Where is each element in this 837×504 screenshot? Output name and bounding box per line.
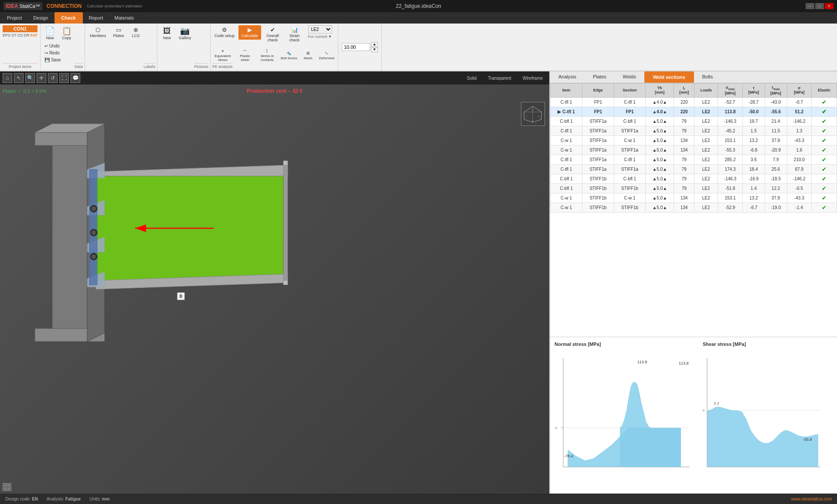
fit-button[interactable]: ⛶ [59, 73, 69, 83]
table-row[interactable]: C-tfl 1STIFF1aSTIFF1a▲5.0▲79LE2174.318.4… [551, 164, 837, 174]
col-header-smax: σmax[MPa] [718, 84, 743, 98]
value-input[interactable]: 10.00 [342, 43, 370, 51]
normal-stress-chart: Normal stress [MPa] 113.8 [555, 342, 694, 489]
value-down-button[interactable]: ▼ [371, 47, 378, 52]
select-button[interactable]: ↖ [14, 73, 24, 83]
cbfem-label: FE analysis [212, 63, 233, 69]
pictures-new-button[interactable]: 🖼 New [159, 25, 175, 42]
cell-elastic: ✔ [812, 126, 837, 135]
solid-view-button[interactable]: Solid [463, 74, 480, 82]
connection-name-button[interactable]: CON1 [3, 25, 37, 32]
lcs-icon: ⊕ [133, 27, 138, 33]
col-header-sigma: σ[MPa] [787, 84, 812, 98]
stress-contacts-button[interactable]: ⤵ Stress in contacts [257, 47, 278, 63]
tag-dr[interactable]: DR [24, 33, 30, 37]
wireframe-view-button[interactable]: Wireframe [519, 74, 547, 82]
cell-sigma: -43.3 [787, 193, 812, 203]
members-button[interactable]: ⬡ Members [87, 25, 109, 40]
bolt-forces-button[interactable]: 🔩 Bolt forces [279, 47, 299, 63]
transparent-view-button[interactable]: Transparent [484, 74, 515, 82]
plates-label: Plates [3, 88, 16, 94]
data-buttons: ↩ Undo ↪ Redo 💾 Save [42, 43, 75, 63]
table-row[interactable]: C-w 1STIFF1aC-w 1▲5.0▲134LE2153.113.237.… [551, 135, 837, 145]
table-row[interactable]: C-tfl 1FP1C-tfl 1▲4.0▲220LE2-52.7-28.7-4… [551, 97, 837, 107]
menu-project[interactable]: Project [2, 12, 27, 24]
table-row[interactable]: C-w 1STIFF1bSTIFF1b▲5.0▲134LE2-52.9-6.7-… [551, 203, 837, 212]
menu-check[interactable]: Check [54, 12, 83, 24]
tabs-bar: Analysis Plates Welds Weld sections Bolt… [550, 71, 837, 83]
minimize-button[interactable]: ─ [806, 3, 814, 9]
tab-bolts[interactable]: Bolts [694, 71, 721, 83]
cell-l: 79 [674, 183, 694, 193]
equivalent-stress-button[interactable]: ≡ Equivalent stress [212, 47, 233, 63]
units-value: mm [102, 497, 110, 501]
normal-stress-svg: 113.8 -78.4 [555, 349, 694, 476]
tab-analysis[interactable]: Analysis [550, 71, 585, 83]
tag-cd[interactable]: CD [17, 33, 23, 37]
refresh-button[interactable]: ↺ [48, 73, 58, 83]
cell-tau: -28.7 [742, 97, 765, 107]
table-row[interactable]: C-w 1STIFF1bC-w 1▲5.0▲134LE2153.113.237.… [551, 193, 837, 203]
home-view-button[interactable]: ⌂ [3, 73, 12, 83]
pictures-row: 🖼 New 📷 Gallery [159, 25, 194, 42]
move-button[interactable]: ✛ [37, 73, 46, 83]
comment-button[interactable]: 💬 [71, 73, 80, 83]
check-icon: ✔ [822, 185, 827, 192]
charts-area: Normal stress [MPa] 113.8 [550, 337, 837, 494]
table-row[interactable]: C-bfl 1STIFF1aC-bfl 1▲5.0▲79LE2-146.319.… [551, 116, 837, 126]
redo-button[interactable]: ↪ Redo [42, 50, 75, 56]
strain-check-button[interactable]: 📊 Strain check [285, 25, 305, 44]
normal-stress-title: Normal stress [MPa] [555, 342, 694, 347]
mesh-button[interactable]: ⊞ Mesh [300, 47, 316, 63]
menu-report[interactable]: Report [84, 12, 109, 24]
tag-st[interactable]: ST [11, 33, 17, 37]
copy-button[interactable]: 📋 Copy [59, 25, 75, 42]
plastic-strain-button[interactable]: 〰 Plastic strain [235, 47, 255, 63]
cell-tau: -50.0 [742, 107, 765, 116]
table-row[interactable]: C-bfl 1STIFF1bC-bfl 1▲5.0▲79LE2-146.3-16… [551, 174, 837, 183]
tab-plates[interactable]: Plates [585, 71, 615, 83]
cell-elastic: ✔ [812, 183, 837, 193]
overall-check-button[interactable]: ✔ Overall check [263, 25, 283, 44]
tab-weld-sections[interactable]: Weld sections [644, 71, 694, 83]
tag-eps[interactable]: EPS [3, 33, 10, 37]
fe-dropdown[interactable]: LE2 [308, 25, 332, 34]
undo-button[interactable]: ↩ Undo [42, 43, 75, 49]
viewport-3d: Plates ✓ 0.1 < 5.0% Production cost – 42… [0, 85, 549, 494]
table-row[interactable]: C-tfl 1STIFF1aSTIFF1a▲5.0▲79LE2-45.21.51… [551, 126, 837, 135]
table-row[interactable]: ▶ C-tfl 1FP1FP1▲4.0▲220LE2113.8-50.0-55.… [551, 107, 837, 116]
new-button[interactable]: 📄 New [42, 25, 58, 42]
navigation-cube[interactable]: T L R B [521, 102, 545, 126]
cell-smax: 153.1 [718, 193, 743, 203]
cell-loads: LE2 [694, 174, 718, 183]
table-row[interactable]: C-bfl 1STIFF1bSTIFF1b▲5.0▲79LE2-51.81.41… [551, 183, 837, 193]
cell-item: ▶ C-tfl 1 [551, 107, 582, 116]
menu-design[interactable]: Design [28, 12, 53, 24]
value-up-button[interactable]: ▲ [371, 42, 378, 47]
search-button[interactable]: 🔍 [25, 73, 35, 83]
menu-materials[interactable]: Materials [109, 12, 140, 24]
close-button[interactable]: ✕ [825, 3, 834, 9]
save-button[interactable]: 💾 Save [42, 57, 75, 63]
tag-fat[interactable]: FAT [31, 33, 37, 37]
deformed-button[interactable]: ⤡ Deformed [317, 47, 336, 63]
cell-section: STIFF1a [614, 145, 646, 155]
cell-tmax: 12.2 [765, 183, 787, 193]
gallery-button[interactable]: 📷 Gallery [176, 25, 194, 42]
calculate-button[interactable]: ▶ Calculate [238, 25, 261, 40]
weld-sections-table: Item Edge Section Th[mm] L[mm] Loads σma… [550, 83, 837, 213]
table-row[interactable]: C-tfl 1STIFF1aC-tfl 1▲5.0▲79LE2285.23.67… [551, 155, 837, 164]
code-setup-button[interactable]: ⚙ Code setup [212, 25, 237, 40]
svg-point-24 [92, 206, 96, 211]
tab-welds[interactable]: Welds [615, 71, 644, 83]
cell-th: ▲5.0▲ [646, 126, 674, 135]
plates-button[interactable]: ▭ Plates [110, 25, 127, 40]
cell-th: ▲5.0▲ [646, 164, 674, 174]
lcs-button[interactable]: ⊕ LCS [128, 25, 143, 40]
check-icon: ✔ [822, 118, 827, 125]
expand-viewport-button[interactable]: ⛶ [3, 483, 11, 491]
table-row[interactable]: C-w 1STIFF1aSTIFF1a▲5.0▲134LE2-55.3-6.8-… [551, 145, 837, 155]
plates-status-indicator: Plates ✓ 0.1 < 5.0% [3, 88, 46, 94]
maximize-button[interactable]: □ [815, 3, 824, 9]
right-panel: Analysis Plates Welds Weld sections Bolt… [549, 71, 837, 494]
